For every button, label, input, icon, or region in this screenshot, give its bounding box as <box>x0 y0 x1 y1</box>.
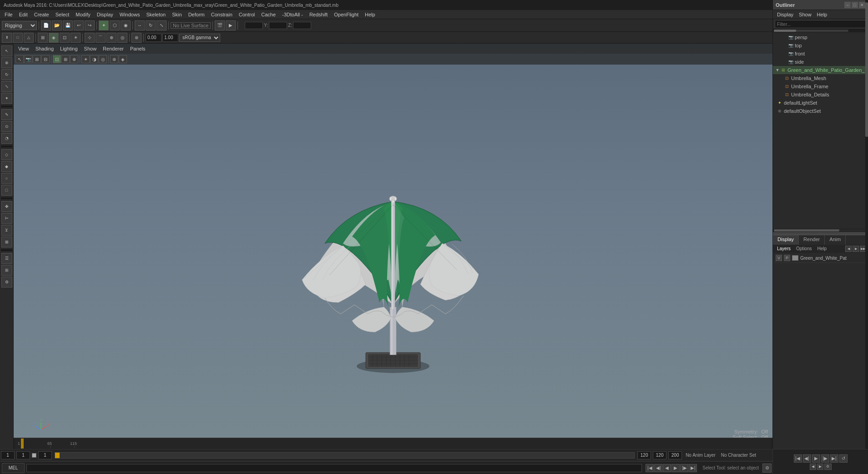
z-input[interactable] <box>293 22 311 29</box>
rp-settings-btn[interactable]: ⚙ <box>824 464 832 470</box>
tree-expand-green-patio[interactable]: ▼ <box>775 67 780 73</box>
outliner-menu-help[interactable]: Help <box>815 11 830 18</box>
tree-item-default-object-set[interactable]: ⊛ defaultObjectSet <box>773 107 868 115</box>
outliner-expand-btn[interactable]: □ <box>852 2 858 8</box>
vp-isolate-btn[interactable]: ⊟ <box>41 55 50 63</box>
menu-create[interactable]: Create <box>31 11 52 18</box>
scale-tool-button[interactable]: ⤡ <box>156 20 167 30</box>
rp-loop-btn[interactable]: ↺ <box>839 454 848 463</box>
vp-menu-shading[interactable]: Shading <box>33 45 56 52</box>
vp-menu-renderer[interactable]: Renderer <box>100 45 126 52</box>
redo-button[interactable]: ↪ <box>85 20 95 30</box>
range-end-input[interactable] <box>637 451 651 459</box>
tool-settings-sidebar[interactable]: ⚙ <box>1 277 12 287</box>
go-to-end-btn[interactable]: ▶| <box>689 464 697 472</box>
vp-menu-view[interactable]: View <box>15 45 32 52</box>
vp-bookmark-btn[interactable]: ⊞ <box>33 55 41 63</box>
rp-play-btn[interactable]: ▶ <box>812 454 820 463</box>
outliner-close-btn[interactable]: ✕ <box>859 2 865 8</box>
component-mode-button[interactable]: △ <box>24 33 34 43</box>
rp-extra-btn1[interactable]: ◀ <box>810 464 816 470</box>
menu-constrain[interactable]: Constrain <box>208 11 235 18</box>
playback-end-input[interactable] <box>653 451 666 459</box>
snap-curve-button[interactable]: ⌒ <box>96 33 106 43</box>
vp-gate-btn[interactable]: ⊞ <box>61 55 70 63</box>
menu-select[interactable]: Select <box>53 11 72 18</box>
outliner-search-input[interactable] <box>775 20 866 28</box>
tab-anim[interactable]: Anim <box>825 235 846 245</box>
snap-point-button[interactable]: ⊕ <box>106 33 116 43</box>
outliner-tree[interactable]: 📷 persp 📷 top 📷 front 📷 side ▼ ⊞ G <box>773 32 868 229</box>
menu-redshift[interactable]: Redshift <box>307 11 330 18</box>
umbrella-3d-view[interactable] <box>14 65 772 449</box>
paint-tool-sidebar[interactable]: ✎ <box>1 109 12 120</box>
tree-item-persp[interactable]: 📷 persp <box>773 33 868 41</box>
menu-display[interactable]: Display <box>94 11 116 18</box>
go-to-start-btn[interactable]: |◀ <box>646 464 654 472</box>
vp-shadow-btn[interactable]: ◑ <box>90 55 98 63</box>
layer-playback-btn[interactable]: P <box>784 255 790 261</box>
joint-sidebar[interactable]: ✤ <box>1 201 12 212</box>
last-tool-sidebar[interactable]: ✦ <box>1 93 12 104</box>
select-tool-sidebar[interactable]: ↖ <box>1 45 12 56</box>
tree-item-umbrella-frame[interactable]: ⊡ Umbrella_Frame <box>773 82 868 91</box>
curve-ep-sidebar[interactable]: ◆ <box>1 161 12 172</box>
tree-item-front[interactable]: 📷 front <box>773 50 868 58</box>
layer-prev-frame-btn[interactable]: ◀ <box>845 246 852 252</box>
nurbs-sphere-sidebar[interactable]: ○ <box>1 173 12 184</box>
curve-cv-sidebar[interactable]: ◇ <box>1 149 12 160</box>
vp-menu-lighting[interactable]: Lighting <box>57 45 81 52</box>
vp-resolution-btn[interactable]: ⊡ <box>53 55 61 63</box>
tab-render[interactable]: Render <box>799 235 825 245</box>
menu-skeleton[interactable]: Skeleton <box>143 11 168 18</box>
outliner-minimize-btn[interactable]: – <box>844 2 851 8</box>
vp-select-btn[interactable]: ↖ <box>15 55 24 63</box>
vp-menu-panels[interactable]: Panels <box>127 45 148 52</box>
step-forward-btn[interactable]: |▶ <box>680 464 688 472</box>
rigging-dropdown[interactable]: Rigging Animation Polygons Rendering <box>2 21 37 30</box>
tree-item-umbrella-mesh[interactable]: ⊡ Umbrella_Mesh <box>773 74 868 82</box>
wireframe-button[interactable]: ⊞ <box>38 33 48 43</box>
tree-item-top[interactable]: 📷 top <box>773 41 868 50</box>
tree-item-default-light-set[interactable]: ✦ defaultLightSet <box>773 99 868 107</box>
current-frame-input[interactable] <box>1 451 15 459</box>
menu-openflight[interactable]: OpenFlight <box>331 11 361 18</box>
vp-ao-btn[interactable]: ◎ <box>99 55 107 63</box>
menu-deform[interactable]: Deform <box>186 11 207 18</box>
attribute-editor-sidebar[interactable]: ⊞ <box>1 265 12 276</box>
exposure-input[interactable]: 0.00 <box>146 34 161 42</box>
tree-item-green-patio[interactable]: ▼ ⊞ Green_and_White_Patio_Garden_ <box>773 66 868 74</box>
vp-hud-btn[interactable]: ⊛ <box>110 55 118 63</box>
rotate-tool-button[interactable]: ↻ <box>146 20 156 30</box>
vp-menu-show[interactable]: Show <box>81 45 100 52</box>
tree-item-umbrella-details[interactable]: ⊡ Umbrella_Details <box>773 91 868 99</box>
channel-box-sidebar[interactable]: ☰ <box>1 253 12 264</box>
rotate-tool-sidebar[interactable]: ↻ <box>1 69 12 80</box>
bind-skin-sidebar[interactable]: ⊻ <box>1 225 12 236</box>
layer-play-btn[interactable]: ▶ <box>853 246 859 252</box>
command-input[interactable] <box>26 464 642 472</box>
timeline-scrub-bar[interactable] <box>55 452 635 459</box>
vp-safe-action-btn[interactable]: ⊕ <box>70 55 78 63</box>
animation-end-input[interactable] <box>668 451 682 459</box>
menu-edit[interactable]: Edit <box>16 11 30 18</box>
range-start2-input[interactable] <box>38 451 52 459</box>
settings-btn[interactable]: ⚙ <box>762 464 772 473</box>
menu-cache[interactable]: Cache <box>258 11 278 18</box>
outliner-menu-show[interactable]: Show <box>797 11 814 18</box>
move-tool-button[interactable]: ↔ <box>135 20 145 30</box>
lasso-select-button[interactable]: ⬡ <box>110 20 120 30</box>
sculpt-sidebar[interactable]: ◔ <box>1 133 12 144</box>
rp-go-start-btn[interactable]: |◀ <box>794 454 802 463</box>
menu-windows[interactable]: Windows <box>117 11 143 18</box>
snap-grid-button[interactable]: ⊹ <box>85 33 95 43</box>
vp-camera-btn[interactable]: 📷 <box>24 55 32 63</box>
menu-help[interactable]: Help <box>362 11 378 18</box>
smooth-shade-button[interactable]: ◈ <box>49 33 59 43</box>
y-input[interactable] <box>269 22 287 29</box>
psm-options[interactable]: Options <box>794 246 814 252</box>
layer-visibility-btn[interactable]: V <box>776 255 782 261</box>
ik-handle-sidebar[interactable]: ⊢ <box>1 213 12 224</box>
play-back-btn[interactable]: ◀ <box>663 464 671 472</box>
vp-xray-btn[interactable]: ◈ <box>119 55 127 63</box>
